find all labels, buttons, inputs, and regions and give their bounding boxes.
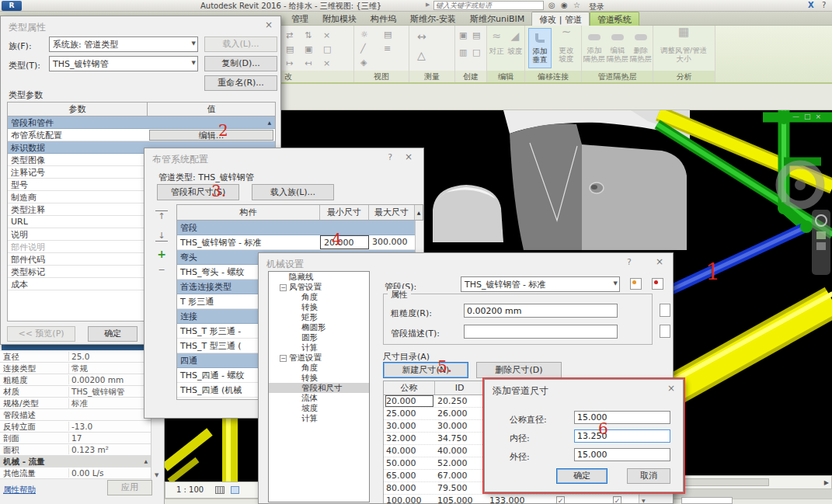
used-in-size-list-checkbox[interactable]: ✓: [556, 496, 565, 504]
table-row[interactable]: 布管系统配置 编辑...: [8, 129, 275, 141]
restore-icon[interactable]: □: [804, 113, 816, 120]
nominal-cell[interactable]: 65.000: [386, 471, 433, 481]
property-value[interactable]: 0.00 L/s: [68, 468, 149, 478]
add-row-icon[interactable]: +: [155, 248, 168, 260]
new-segment-icon[interactable]: [630, 278, 642, 290]
scroll-up-icon[interactable]: ▲: [414, 205, 423, 220]
id-cell[interactable]: 79.500: [437, 483, 482, 493]
ribbon-tab[interactable]: 附加模块: [315, 12, 364, 26]
type-selector-highlight[interactable]: [2, 345, 149, 350]
property-value[interactable]: 17: [68, 433, 149, 443]
array-icon[interactable]: ▤: [286, 44, 294, 54]
ok-button[interactable]: 确定: [88, 326, 138, 342]
app-menu-button[interactable]: R: [2, 1, 22, 11]
login-button[interactable]: 登录: [589, 2, 604, 12]
temporary-hide-icon[interactable]: ☼: [360, 30, 368, 40]
size-table-row[interactable]: 100.000 105.000 133.000 ✓ ✓: [384, 495, 649, 504]
properties-help-link[interactable]: 属性帮助: [3, 485, 36, 495]
align-icon[interactable]: ↦: [286, 58, 293, 68]
view-scale[interactable]: 1 : 100: [176, 482, 204, 498]
tree-expand-icon[interactable]: [292, 293, 299, 300]
max-size-cell[interactable]: 300.000: [369, 235, 414, 249]
tree-item[interactable]: 计算: [269, 342, 369, 353]
tree-expand-icon[interactable]: [292, 374, 299, 381]
inner-diameter-field[interactable]: [574, 429, 670, 443]
tree-item[interactable]: 计算: [269, 413, 369, 423]
tree-item[interactable]: 坡度: [269, 403, 369, 413]
help-icon[interactable]: ?: [627, 257, 632, 267]
new-size-button[interactable]: 新建尺寸(N): [383, 362, 468, 378]
tree-expand-icon[interactable]: [292, 394, 299, 401]
view-window-controls[interactable]: —□×: [792, 113, 826, 120]
move-to-bottom-icon[interactable]: ↓: [155, 231, 168, 242]
close-icon[interactable]: ×: [815, 113, 826, 120]
table-row[interactable]: 管段和管件 ▲: [8, 116, 275, 129]
collapse-icon[interactable]: ▲: [267, 120, 271, 125]
tree-expand-icon[interactable]: [292, 343, 299, 350]
exchange-apps-icon[interactable]: X: [808, 1, 814, 9]
ribbon-tab[interactable]: 修改 | 管道: [531, 12, 590, 26]
tree-expand-icon[interactable]: [292, 333, 299, 340]
search-icon[interactable]: ◎: [548, 1, 555, 9]
id-cell[interactable]: 30.000: [437, 421, 482, 431]
family-combo[interactable]: 系统族: 管道类型 ▼: [49, 36, 198, 52]
segment-description-field[interactable]: [464, 325, 618, 339]
delete-icon[interactable]: ×: [323, 30, 330, 40]
ribbon-tab[interactable]: 斯维尔-安装: [403, 12, 463, 26]
ribbon-tab[interactable]: 构件坞: [364, 12, 403, 26]
search-input[interactable]: [433, 1, 544, 10]
linework-icon[interactable]: ╱: [360, 43, 366, 54]
favorites-star-icon[interactable]: ☆: [573, 1, 580, 9]
tree-expand-icon[interactable]: [292, 303, 299, 310]
property-value[interactable]: -13.0: [68, 422, 149, 431]
routing-row[interactable]: 管段: [177, 221, 423, 235]
visual-style-icon[interactable]: [231, 486, 239, 494]
tree-expand-icon[interactable]: −: [280, 284, 287, 291]
tree-expand-icon[interactable]: [292, 414, 299, 421]
tree-expand-icon[interactable]: −: [280, 355, 287, 362]
trim-icon[interactable]: ×: [323, 58, 330, 68]
property-value[interactable]: 常规: [68, 363, 149, 374]
scroll-right-icon[interactable]: ▶: [824, 479, 829, 486]
id-cell[interactable]: 34.750: [437, 433, 482, 443]
tree-item[interactable]: −管道设置: [269, 353, 369, 363]
preview-button[interactable]: << 预览(P): [7, 326, 75, 342]
tree-item[interactable]: 矩形: [269, 312, 369, 322]
tab-display-options-icon[interactable]: ▪ ▾: [614, 15, 628, 22]
ok-button[interactable]: 确定: [556, 468, 607, 484]
tree-expand-icon[interactable]: [292, 384, 299, 391]
nominal-cell[interactable]: 100.000: [386, 495, 433, 504]
orbit-icon[interactable]: [816, 242, 826, 250]
segment-combo[interactable]: THS_镀锌钢管 - 标准 ▼: [461, 276, 620, 292]
collapse-icon[interactable]: ▲: [144, 458, 148, 464]
od-cell[interactable]: 133.000: [489, 495, 544, 504]
nominal-cell[interactable]: 32.000: [386, 433, 433, 443]
nominal-cell[interactable]: 30.000: [386, 421, 433, 431]
offset-icon[interactable]: ↤: [305, 58, 312, 68]
render-icon[interactable]: ▤: [384, 30, 392, 40]
segments-sizes-button[interactable]: 管段和尺寸(S): [157, 184, 239, 200]
param-value[interactable]: 编辑...: [149, 130, 273, 141]
help-icon[interactable]: ?: [822, 1, 826, 9]
tree-item[interactable]: 角度: [269, 363, 369, 373]
close-icon[interactable]: ×: [265, 19, 273, 30]
angle-dimension-icon[interactable]: △: [417, 49, 426, 61]
create-group-icon[interactable]: ▣: [459, 30, 467, 40]
outer-diameter-field[interactable]: [574, 448, 670, 461]
detail-level-icon[interactable]: [215, 486, 225, 494]
close-icon[interactable]: ×: [405, 151, 413, 162]
id-cell[interactable]: 105.000: [437, 495, 482, 504]
create-assembly-icon[interactable]: ▥: [459, 47, 467, 57]
measure-icon[interactable]: ↔: [417, 30, 426, 43]
change-slope-button[interactable]: ~ 更改 坡度: [555, 28, 578, 68]
id-cell[interactable]: 40.000: [437, 446, 482, 456]
search-toggle-icon[interactable]: ▶: [426, 2, 430, 8]
property-value[interactable]: 标准: [68, 398, 149, 409]
delete-size-button[interactable]: 删除尺寸(D): [476, 362, 562, 378]
tree-expand-icon[interactable]: [280, 273, 287, 280]
property-value[interactable]: 0.00200 mm: [68, 375, 149, 384]
nominal-cell[interactable]: 20.000: [386, 396, 433, 406]
add-riser-button[interactable]: 添加 垂直: [528, 28, 552, 68]
visibility-icon[interactable]: ≡: [384, 43, 391, 54]
tree-item[interactable]: −风管设置: [269, 282, 369, 292]
